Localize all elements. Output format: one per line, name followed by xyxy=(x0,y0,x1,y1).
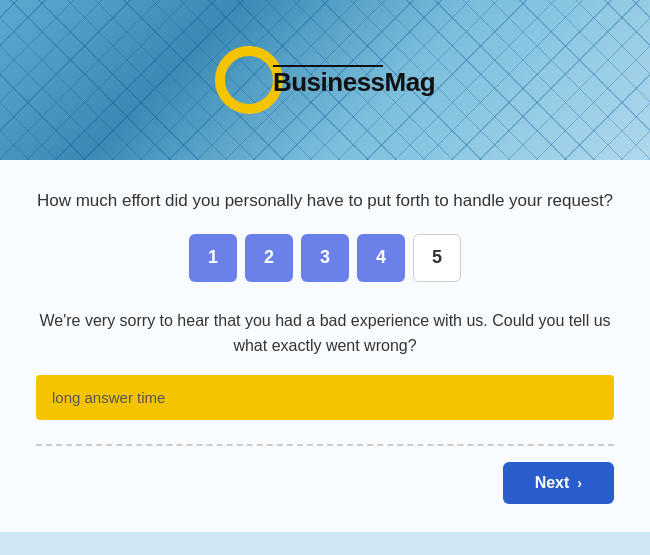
rating-btn-2[interactable]: 2 xyxy=(245,234,293,282)
rating-btn-3[interactable]: 3 xyxy=(301,234,349,282)
next-label: Next xyxy=(535,474,570,492)
rating-btn-1[interactable]: 1 xyxy=(189,234,237,282)
divider xyxy=(36,444,614,446)
rating-row: 1 2 3 4 5 xyxy=(36,234,614,282)
rating-btn-5[interactable]: 5 xyxy=(413,234,461,282)
main-content: How much effort did you personally have … xyxy=(0,160,650,532)
answer-input[interactable] xyxy=(36,375,614,420)
logo: BusinessMag xyxy=(215,46,435,114)
question-text: How much effort did you personally have … xyxy=(36,188,614,214)
sorry-message: We're very sorry to hear that you had a … xyxy=(36,308,614,359)
chevron-right-icon: › xyxy=(577,475,582,491)
next-button[interactable]: Next › xyxy=(503,462,614,504)
footer-row: Next › xyxy=(36,462,614,508)
logo-text: BusinessMag xyxy=(273,69,435,95)
header-background: BusinessMag xyxy=(0,0,650,160)
rating-btn-4[interactable]: 4 xyxy=(357,234,405,282)
logo-text-wrapper: BusinessMag xyxy=(273,65,435,95)
